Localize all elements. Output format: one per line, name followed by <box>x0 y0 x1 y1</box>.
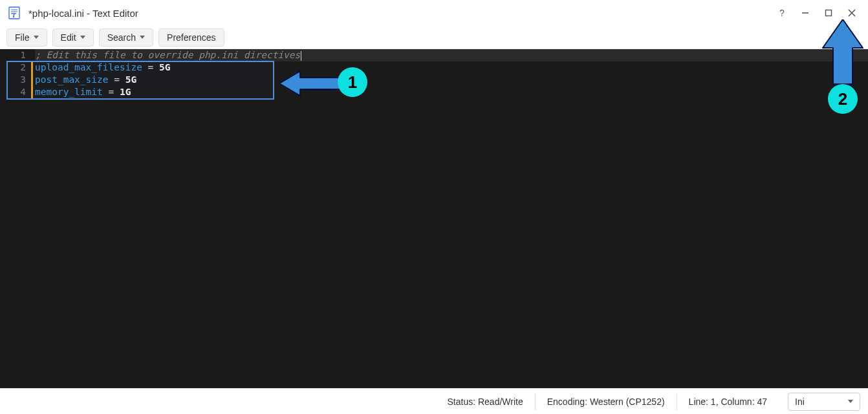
ini-key: memory_limit <box>35 87 103 97</box>
menu-search-label: Search <box>107 32 136 43</box>
ini-value: 1G <box>120 87 131 97</box>
ini-key: upload_max_filesize <box>35 62 142 72</box>
comment-text: ; Edit this file to override php.ini dir… <box>35 50 300 60</box>
equals-sign: = <box>109 74 125 85</box>
maximize-icon[interactable] <box>823 7 834 19</box>
window-title: *php-local.ini - Text Editor <box>28 8 138 19</box>
window-controls: ? <box>776 7 862 19</box>
editor-area[interactable]: 1234 ; Edit this file to override php.in… <box>0 49 868 388</box>
status-cursor-position: Line: 1, Column: 47 <box>677 393 779 410</box>
equals-sign: = <box>142 62 159 72</box>
close-icon[interactable] <box>846 7 858 19</box>
menu-edit[interactable]: Edit <box>52 28 94 47</box>
title-bar: T *php-local.ini - Text Editor ? <box>0 0 868 26</box>
menu-file[interactable]: File <box>6 28 47 47</box>
ini-value: 5G <box>125 74 136 85</box>
menu-preferences[interactable]: Preferences <box>158 28 224 47</box>
menu-preferences-label: Preferences <box>167 32 215 43</box>
text-cursor <box>301 51 301 61</box>
status-encoding: Encoding: Western (CP1252) <box>535 393 677 410</box>
menu-file-label: File <box>15 32 30 43</box>
app-icon: T <box>6 5 22 21</box>
svg-text:?: ? <box>779 8 785 17</box>
chevron-down-icon <box>80 36 85 39</box>
line-number: 3 <box>0 74 26 86</box>
language-selector[interactable]: Ini <box>788 393 860 411</box>
code-line[interactable]: memory_limit = 1G <box>35 86 868 98</box>
menu-edit-label: Edit <box>61 32 76 43</box>
modified-indicator <box>31 61 33 74</box>
line-number: 2 <box>0 61 26 74</box>
equals-sign: = <box>103 87 120 97</box>
language-selector-label: Ini <box>795 397 805 407</box>
status-bar: Status: Read/Write Encoding: Western (CP… <box>0 388 868 414</box>
code-line[interactable]: ; Edit this file to override php.ini dir… <box>35 49 868 61</box>
minimize-icon[interactable] <box>799 7 811 19</box>
svg-rect-4 <box>826 10 832 16</box>
status-readwrite: Status: Read/Write <box>436 393 535 410</box>
chevron-down-icon <box>140 36 145 39</box>
ini-key: post_max_size <box>35 74 109 85</box>
code-line[interactable]: post_max_size = 5G <box>35 74 868 86</box>
line-number: 1 <box>0 49 26 61</box>
modified-indicator <box>31 86 33 98</box>
line-number-gutter: 1234 <box>0 49 31 388</box>
code-content[interactable]: ; Edit this file to override php.ini dir… <box>31 49 868 388</box>
menu-bar: File Edit Search Preferences <box>0 26 868 49</box>
chevron-down-icon <box>848 400 853 403</box>
ini-value: 5G <box>159 62 170 72</box>
modified-indicator <box>31 74 33 86</box>
line-number: 4 <box>0 86 26 98</box>
code-line[interactable]: upload_max_filesize = 5G <box>35 61 868 74</box>
help-icon[interactable]: ? <box>776 7 788 19</box>
chevron-down-icon <box>34 36 39 39</box>
menu-search[interactable]: Search <box>99 28 153 47</box>
